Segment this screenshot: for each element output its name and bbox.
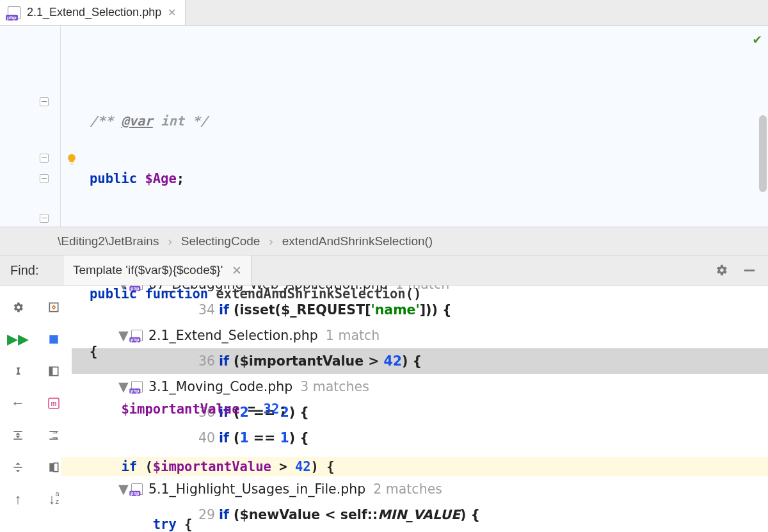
export-icon[interactable] [46,428,61,443]
pin-icon[interactable] [10,364,26,379]
fold-marker-icon[interactable] [40,214,49,223]
layout-icon[interactable] [46,332,61,347]
editor-tab[interactable]: 2.1_Extend_Selection.php ✕ [0,0,186,25]
close-icon[interactable]: ✕ [168,6,176,19]
regex-icon[interactable]: m [46,396,61,411]
filter-icon[interactable] [46,460,61,475]
php-file-icon [131,483,143,495]
analysis-ok-icon: ✔ [753,29,762,49]
collapse-all-icon[interactable] [10,460,26,475]
brace: { [90,344,97,359]
keyword: try [153,517,177,532]
operator: = [240,401,264,417]
svg-rect-1 [49,303,58,311]
comment-text: int */ [153,113,208,129]
up-arrow-icon[interactable]: ↑ [10,492,26,507]
variable: $importantValue [121,401,239,417]
number: 42 [295,459,311,474]
svg-rect-2 [49,335,58,343]
php-file-icon [131,286,143,290]
php-file-icon [131,381,143,392]
tab-filename: 2.1_Extend_Selection.php [27,6,161,19]
back-arrow-icon[interactable]: ← [10,396,26,411]
svg-rect-4 [49,367,52,375]
keyword: public [90,171,137,186]
function-name: extendAndShrinkSelection [216,286,406,302]
doc-tag: @var [121,113,152,129]
gear-icon[interactable] [10,300,26,315]
editor-tabbar: 2.1_Extend_Selection.php ✕ [0,0,768,26]
keyword: if [121,459,137,474]
code-area[interactable]: ✔ /** @var int */ public $Age; public fu… [61,26,768,227]
svg-rect-8 [54,463,58,471]
svg-rect-7 [49,463,54,471]
svg-text:m: m [51,400,57,407]
rerun-icon[interactable]: ▶▶ [10,332,26,347]
brace: ) { [311,459,335,474]
editor-gutter [0,26,61,227]
scroll-to-source-icon[interactable] [46,300,61,315]
fold-marker-icon[interactable] [40,154,49,163]
preview-usages-icon[interactable] [46,364,61,379]
expand-all-icon[interactable] [10,428,26,443]
brace: { [177,517,193,532]
operator: > [271,459,295,474]
variable: $importantValue [153,459,271,474]
find-label: Find: [0,263,64,278]
keyword: function [145,286,208,302]
php-file-icon [131,330,143,341]
highlighted-line: if ($importantValue > 42) { [61,457,768,476]
fold-marker-icon[interactable] [40,97,49,106]
php-file-icon [8,6,20,19]
number: 32 [264,401,280,417]
sort-icon[interactable]: ↓az [46,492,61,507]
find-toolbar-col-1: ▶▶ ← ↑ [0,286,36,532]
fold-marker-icon[interactable] [40,174,49,183]
scrollbar-thumb[interactable] [759,115,767,192]
editor: ✔ /** @var int */ public $Age; public fu… [0,26,768,227]
variable: $Age [145,171,176,186]
